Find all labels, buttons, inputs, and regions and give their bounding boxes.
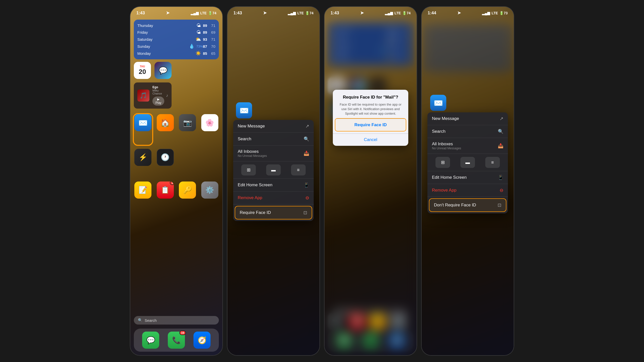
menu-edit-home-screen-4[interactable]: Edit Home Screen 📱 bbox=[427, 171, 508, 184]
phone-3: Thursday 🌤 8971 Friday 🌤 8969 Saturday ⛅… bbox=[324, 6, 417, 356]
status-bar-3: 1:43 ➤ ▂▄▆ LTE 🔋74 bbox=[325, 7, 417, 18]
menu-dont-require-faceid[interactable]: Don't Require Face ID ⊡ bbox=[429, 198, 506, 212]
compose-icon-4: ↗ bbox=[500, 116, 503, 121]
context-menu-4: New Message ↗ Search 🔍 All Inboxes No Un… bbox=[427, 112, 508, 213]
location-icon-4: ➤ bbox=[457, 10, 461, 16]
status-bar-1: 1:43 ➤ ▂▄▆ LTE 🔋74 bbox=[130, 7, 222, 18]
reminders-app[interactable]: 📋 1 bbox=[156, 182, 175, 247]
menu-layout-options: ⊞ ▬ ≡ bbox=[233, 161, 314, 179]
weather-row-sat: Saturday ⛅ 93 71 bbox=[137, 36, 215, 43]
inbox-icon-4: 📥 bbox=[498, 143, 503, 149]
layout-compact-button-4[interactable]: ≡ bbox=[485, 157, 500, 168]
weather-row-mon: Monday ☀️ 85 65 bbox=[137, 50, 215, 57]
music-widget[interactable]: 🎵 Ego Milky Chance ▶ Play ♪ bbox=[134, 82, 172, 109]
faceid-icon-4: ⊡ bbox=[498, 202, 501, 208]
weather-row-thu: Thursday 🌤 89 71 bbox=[137, 22, 215, 29]
location-icon: ➤ bbox=[166, 10, 170, 16]
menu-remove-app-4[interactable]: Remove App ⊖ bbox=[427, 184, 508, 197]
phone-4: ✉️ New Message ↗ Search 🔍 All Inboxes No… bbox=[421, 6, 514, 356]
menu-all-inboxes[interactable]: All Inboxes No Unread Messages 📥 bbox=[233, 146, 314, 161]
blur-overlay-3 bbox=[325, 7, 417, 355]
edit-home-icon-4: 📱 bbox=[498, 175, 503, 180]
time-2: 1:43 bbox=[233, 11, 242, 16]
layout-grid-button-4[interactable]: ⊞ bbox=[435, 157, 450, 168]
music-artwork: 🎵 bbox=[137, 89, 149, 102]
passwords-app[interactable]: 🔑 bbox=[178, 182, 197, 247]
settings-app[interactable]: ⚙️ bbox=[201, 182, 219, 247]
remove-icon: ⊖ bbox=[305, 195, 309, 201]
menu-layout-options-4: ⊞ ▬ ≡ bbox=[427, 154, 508, 171]
calendar-app[interactable]: THU 20 bbox=[134, 62, 151, 79]
notes-app[interactable]: 📝 bbox=[134, 182, 152, 247]
menu-search-4[interactable]: Search 🔍 bbox=[427, 125, 508, 138]
menu-edit-home-screen[interactable]: Edit Home Screen 📱 bbox=[233, 179, 314, 192]
faceid-dialog-desc: Face ID will be required to open the app… bbox=[337, 102, 404, 116]
shortcuts-app[interactable]: ⚡ bbox=[134, 149, 152, 179]
camera-app[interactable]: 📷 bbox=[178, 114, 197, 145]
edit-home-icon: 📱 bbox=[304, 182, 309, 188]
require-faceid-button[interactable]: Require Face ID bbox=[335, 119, 406, 131]
app-grid-row3: 📝 📋 1 🔑 ⚙️ bbox=[130, 182, 222, 249]
photos-app[interactable]: 🌸 bbox=[201, 114, 219, 145]
location-icon-3: ➤ bbox=[360, 10, 364, 16]
faceid-icon: ⊡ bbox=[303, 210, 307, 215]
status-bar-2: 1:43 ➤ ▂▄▆ LTE 🔋74 bbox=[227, 7, 319, 18]
weather-row-sun: Sunday 💧 73% 87 70 bbox=[137, 43, 215, 50]
mail-app[interactable]: ✉️ bbox=[134, 114, 152, 145]
compose-icon: ↗ bbox=[305, 123, 309, 129]
search-bar[interactable]: 🔍 Search bbox=[134, 316, 219, 325]
menu-search[interactable]: Search 🔍 bbox=[233, 133, 314, 146]
orange-ring-indicator bbox=[133, 113, 153, 146]
music-info: Ego Milky Chance ▶ Play bbox=[152, 85, 163, 106]
location-icon-2: ➤ bbox=[263, 10, 267, 16]
faceid-dialog-title: Require Face ID for "Mail"? bbox=[337, 95, 404, 100]
time-4: 1:44 bbox=[428, 11, 436, 16]
music-title: Ego bbox=[152, 85, 163, 89]
layout-grid-button[interactable]: ⊞ bbox=[241, 164, 256, 175]
search-icon-menu-4: 🔍 bbox=[498, 129, 503, 134]
weather-widget-1: Thursday 🌤 89 71 Friday 🌤 89 69 Saturday… bbox=[134, 20, 219, 59]
phone-badge: 19 bbox=[179, 331, 186, 335]
music-note-icon: ♪ bbox=[166, 93, 168, 98]
time-3: 1:43 bbox=[331, 11, 339, 16]
home-app[interactable]: 🏠 bbox=[156, 114, 175, 145]
layout-list-button-4[interactable]: ▬ bbox=[460, 157, 475, 168]
remove-icon-4: ⊖ bbox=[500, 188, 503, 193]
music-play-button[interactable]: ▶ Play bbox=[152, 97, 164, 106]
app-grid-row2: ✉️ 🏠 📷 🌸 ⚡ bbox=[130, 112, 222, 182]
weather-row-fri: Friday 🌤 89 69 bbox=[137, 29, 215, 36]
faceid-dialog: Require Face ID for "Mail"? Face ID will… bbox=[333, 90, 408, 146]
cancel-faceid-button[interactable]: Cancel bbox=[333, 133, 408, 146]
phone-dock-app[interactable]: 📞 19 bbox=[168, 332, 185, 349]
layout-compact-button[interactable]: ≡ bbox=[291, 164, 306, 175]
search-icon-menu: 🔍 bbox=[304, 136, 309, 142]
network-label: LTE bbox=[200, 11, 207, 15]
require-faceid-button-highlight[interactable]: Require Face ID bbox=[335, 118, 406, 131]
phone-1: 1:43 ➤ ▂▄▆ LTE 🔋74 Thursday 🌤 89 71 Frid… bbox=[130, 6, 223, 356]
search-magnifier-icon: 🔍 bbox=[138, 318, 143, 323]
phone-2: ✉️ New Message ↗ Search 🔍 All Inboxes No… bbox=[227, 6, 320, 356]
signal-icon: ▂▄▆ bbox=[191, 11, 199, 15]
status-bar-4: 1:44 ➤ ▂▄▆ LTE 🔋73 bbox=[422, 7, 514, 18]
battery-icon: 🔋74 bbox=[208, 11, 216, 15]
music-artist: Milky Chance bbox=[152, 89, 163, 95]
menu-require-faceid[interactable]: Require Face ID ⊡ bbox=[235, 206, 312, 219]
status-icons-1: ▂▄▆ LTE 🔋74 bbox=[191, 11, 216, 15]
reminders-badge: 1 bbox=[170, 182, 174, 185]
menu-new-message-4[interactable]: New Message ↗ bbox=[427, 112, 508, 125]
dock: 💬 📞 19 🧭 bbox=[134, 329, 219, 352]
messages-dock-app[interactable]: 💬 bbox=[142, 332, 159, 349]
inbox-icon: 📥 bbox=[304, 151, 309, 156]
slack-app[interactable]: 💬 bbox=[154, 62, 172, 79]
safari-dock-app[interactable]: 🧭 bbox=[193, 332, 211, 349]
context-menu-2: New Message ↗ Search 🔍 All Inboxes No Un… bbox=[233, 120, 314, 221]
menu-remove-app[interactable]: Remove App ⊖ bbox=[233, 192, 314, 204]
layout-list-button[interactable]: ▬ bbox=[266, 164, 281, 175]
clock-app[interactable]: 🕐 bbox=[156, 149, 175, 179]
menu-new-message[interactable]: New Message ↗ bbox=[233, 120, 314, 133]
menu-all-inboxes-4[interactable]: All Inboxes No Unread Messages 📥 bbox=[427, 138, 508, 154]
time-1: 1:43 bbox=[136, 11, 145, 16]
